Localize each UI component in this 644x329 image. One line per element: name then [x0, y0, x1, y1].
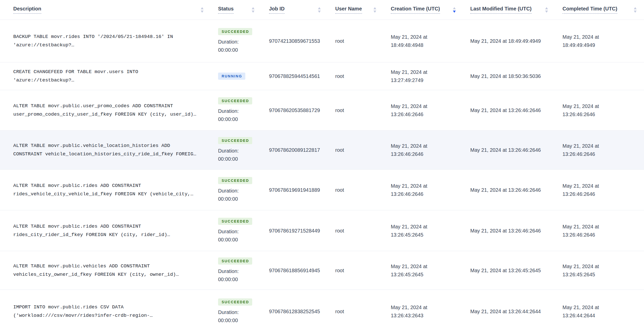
- column-header-completed-time-utc[interactable]: Completed Time (UTC): [555, 0, 644, 20]
- completed-time-line: 13:26:46:2646: [562, 150, 595, 158]
- cell-creation-time: May 21, 2024 at13:26:46:2646: [384, 170, 463, 210]
- cell-job-id: 970678612838252545: [262, 290, 328, 329]
- duration-label: Duration:: [218, 227, 239, 236]
- job-duration: Duration: 00:00:00: [218, 107, 239, 123]
- table-row[interactable]: ALTER TABLE movr.public.user_promo_codes…: [0, 90, 644, 131]
- cell-job-id: 970678620535881729: [262, 90, 328, 130]
- cell-completed-time: [555, 62, 644, 90]
- duration-label: Duration:: [218, 147, 239, 155]
- description-line: ALTER TABLE movr.public.vehicles ADD CON…: [13, 262, 150, 270]
- status-badge: SUCCEEDED: [218, 137, 252, 144]
- cell-creation-time: May 21, 2024 at13:26:43:2643: [384, 290, 463, 329]
- completed-time-line: May 21, 2024 at: [562, 182, 599, 190]
- description-line: CONSTRAINT vehicle_location_histories_ci…: [13, 150, 196, 158]
- column-header-label: Job ID: [269, 6, 285, 14]
- last-modified-time-line: May 21, 2024 at 18:49:49:4949: [470, 37, 541, 45]
- cell-status: SUCCEEDED Duration: 00:00:00: [211, 290, 262, 329]
- cell-completed-time: May 21, 2024 at13:26:45:2645: [555, 251, 644, 290]
- duration-value: 00:00:00: [218, 115, 239, 123]
- last-modified-time-line: May 21, 2024 at 13:26:44:2644: [470, 307, 541, 316]
- completed-time-line: 13:26:46:2646: [562, 190, 595, 198]
- completed-time-line: May 21, 2024 at: [562, 223, 599, 231]
- description-line: ALTER TABLE movr.public.rides ADD CONSTR…: [13, 182, 141, 190]
- jobs-table: Description Status Job ID User Name Crea…: [0, 0, 644, 329]
- table-row[interactable]: CREATE CHANGEFEED FOR TABLE movr.users I…: [0, 62, 644, 90]
- creation-time-line: 13:26:45:2645: [391, 270, 423, 279]
- sort-arrows-icon[interactable]: [453, 7, 456, 13]
- duration-label: Duration:: [218, 308, 239, 316]
- sort-arrows-icon[interactable]: [200, 7, 204, 13]
- cell-description: ALTER TABLE movr.public.vehicles ADD CON…: [0, 251, 211, 290]
- duration-value: 00:00:00: [218, 236, 239, 244]
- creation-time-line: May 21, 2024 at: [391, 142, 427, 150]
- creation-time-line: 13:26:46:2646: [391, 150, 423, 158]
- table-row[interactable]: IMPORT INTO movr.public.rides CSV DATA('…: [0, 290, 644, 329]
- duration-value: 00:00:00: [218, 275, 239, 283]
- description-line: ALTER TABLE movr.public.user_promo_codes…: [13, 102, 173, 110]
- completed-time-line: May 21, 2024 at: [562, 142, 599, 150]
- last-modified-time-line: May 21, 2024 at 13:26:46:2646: [470, 227, 541, 235]
- description-line: ALTER TABLE movr.public.rides ADD CONSTR…: [13, 222, 141, 231]
- completed-time-line: 13:26:46:2646: [562, 231, 595, 239]
- description-line: rides_vehicle_city_vehicle_id_fkey FOREI…: [13, 190, 193, 198]
- completed-time-line: May 21, 2024 at: [562, 262, 599, 270]
- table-header-row: Description Status Job ID User Name Crea…: [0, 0, 644, 20]
- creation-time-line: 13:27:49:2749: [391, 76, 423, 84]
- cell-last-modified-time: May 21, 2024 at 18:50:36:5036: [463, 62, 555, 90]
- sort-arrows-icon[interactable]: [251, 7, 255, 13]
- column-header-last-modified-time-utc[interactable]: Last Modified Time (UTC): [463, 0, 555, 20]
- completed-time-line: May 21, 2024 at: [562, 102, 599, 110]
- cell-description: ALTER TABLE movr.public.rides ADD CONSTR…: [0, 170, 211, 210]
- description-line: ('workload:///csv/movr/rides?infer-crdb-…: [13, 311, 153, 320]
- description-line: CREATE CHANGEFEED FOR TABLE movr.users I…: [13, 68, 138, 76]
- cell-user-name: root: [328, 62, 384, 90]
- table-row[interactable]: BACKUP TABLE movr.rides INTO '/2024/05/2…: [0, 20, 644, 62]
- column-header-user-name[interactable]: User Name: [328, 0, 384, 20]
- cell-user-name: root: [328, 90, 384, 130]
- last-modified-time-line: May 21, 2024 at 13:26:46:2646: [470, 106, 541, 114]
- sort-arrows-icon[interactable]: [318, 7, 321, 13]
- cell-creation-time: May 21, 2024 at13:27:49:2749: [384, 62, 463, 90]
- cell-description: ALTER TABLE movr.public.rides ADD CONSTR…: [0, 210, 211, 251]
- cell-status: RUNNING: [211, 62, 262, 90]
- cell-description: BACKUP TABLE movr.rides INTO '/2024/05/2…: [0, 20, 211, 62]
- cell-creation-time: May 21, 2024 at13:26:45:2645: [384, 210, 463, 251]
- column-header-creation-time-utc[interactable]: Creation Time (UTC): [384, 0, 463, 20]
- creation-time-line: May 21, 2024 at: [391, 262, 427, 270]
- creation-time-line: May 21, 2024 at: [391, 182, 427, 190]
- duration-value: 00:00:00: [218, 195, 239, 203]
- column-header-status[interactable]: Status: [211, 0, 262, 20]
- cell-last-modified-time: May 21, 2024 at 13:26:46:2646: [463, 131, 555, 169]
- table-row[interactable]: ALTER TABLE movr.public.vehicle_location…: [0, 131, 644, 170]
- cell-last-modified-time: May 21, 2024 at 13:26:45:2645: [463, 251, 555, 290]
- creation-time-line: May 21, 2024 at: [391, 68, 427, 76]
- duration-value: 00:00:00: [218, 316, 239, 324]
- status-badge: SUCCEEDED: [218, 218, 252, 225]
- status-badge: SUCCEEDED: [218, 257, 252, 265]
- creation-time-line: 18:49:48:4948: [391, 41, 423, 49]
- column-header-label: Completed Time (UTC): [562, 6, 617, 14]
- table-row[interactable]: ALTER TABLE movr.public.rides ADD CONSTR…: [0, 170, 644, 210]
- column-header-job-id[interactable]: Job ID: [262, 0, 328, 20]
- cell-creation-time: May 21, 2024 at13:26:45:2645: [384, 251, 463, 290]
- cell-user-name: root: [328, 131, 384, 169]
- cell-creation-time: May 21, 2024 at18:49:48:4948: [384, 20, 463, 62]
- description-line: rides_city_rider_id_fkey FOREIGN KEY (ci…: [13, 231, 170, 239]
- table-row[interactable]: ALTER TABLE movr.public.rides ADD CONSTR…: [0, 210, 644, 251]
- table-row[interactable]: ALTER TABLE movr.public.vehicles ADD CON…: [0, 251, 644, 290]
- sort-arrows-icon[interactable]: [545, 7, 548, 13]
- column-header-label: Last Modified Time (UTC): [470, 6, 532, 14]
- last-modified-time-line: May 21, 2024 at 13:26:46:2646: [470, 186, 541, 194]
- last-modified-time-line: May 21, 2024 at 13:26:46:2646: [470, 146, 541, 154]
- description-line: 'azure://testbackup?…: [13, 76, 74, 85]
- cell-status: SUCCEEDED Duration: 00:00:00: [211, 251, 262, 290]
- sort-arrows-icon[interactable]: [373, 7, 377, 13]
- creation-time-line: 13:26:43:2643: [391, 311, 423, 320]
- job-duration: Duration: 00:00:00: [218, 267, 239, 283]
- column-header-description[interactable]: Description: [0, 0, 211, 20]
- cell-job-id: 970742130859671553: [262, 20, 328, 62]
- cell-job-id: 970678825944514561: [262, 62, 328, 90]
- description-line: 'azure://testbackup?…: [13, 41, 74, 49]
- job-duration: Duration: 00:00:00: [218, 227, 239, 244]
- sort-arrows-icon[interactable]: [634, 7, 637, 13]
